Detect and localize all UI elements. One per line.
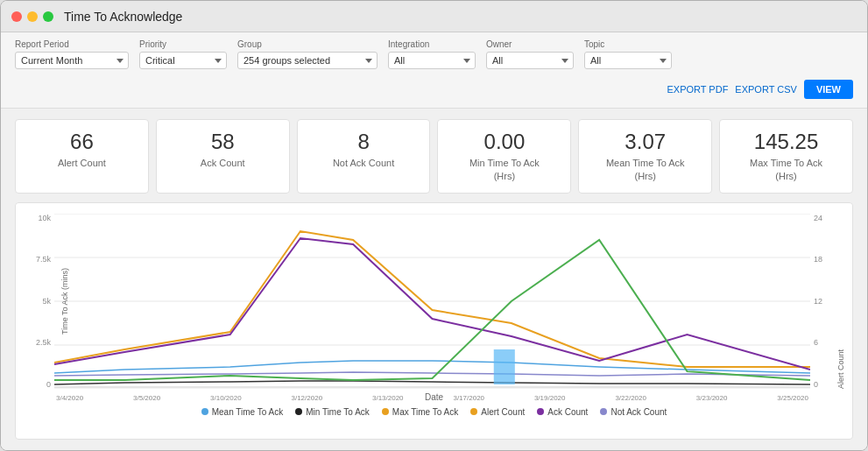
y-tick-right: 24 — [814, 214, 822, 222]
ack-count-value: 58 — [164, 130, 282, 153]
y-tick: 2.5k — [36, 338, 51, 347]
maximize-button[interactable] — [43, 11, 53, 22]
integration-select[interactable]: All — [388, 52, 476, 69]
stat-max-time-ack: 145.25 Max Time To Ack(Hrs) — [719, 119, 853, 194]
y-tick-right: 0 — [814, 380, 818, 389]
legend-label-min: Min Time To Ack — [306, 407, 370, 417]
legend-mean-time-ack: Mean Time To Ack — [201, 407, 284, 417]
group-label: Group — [237, 39, 378, 49]
stat-alert-count: 66 Alert Count — [15, 119, 149, 194]
legend-max-time-ack: Max Time To Ack — [382, 407, 458, 417]
view-button[interactable]: VIEW — [804, 80, 853, 99]
page-title: Time To Acknowledge — [64, 10, 182, 24]
minimize-button[interactable] — [27, 11, 38, 22]
x-tick: 3/5/2020 — [133, 394, 160, 402]
chart-area: Time To Ack (mins) — [54, 214, 810, 389]
x-tick: 3/25/2020 — [777, 394, 808, 402]
mean-time-ack-value: 3.07 — [586, 130, 704, 153]
stat-ack-count: 58 Ack Count — [156, 119, 290, 194]
priority-label: Priority — [139, 39, 227, 49]
stat-not-ack-count: 8 Not Ack Count — [297, 119, 431, 194]
bar-3-19 — [494, 349, 515, 384]
legend-dot-not-ack — [600, 408, 607, 415]
legend-alert-count: Alert Count — [470, 407, 525, 417]
x-tick: 3/10/2020 — [210, 394, 242, 402]
legend-min-time-ack: Min Time To Ack — [295, 407, 370, 417]
legend-label-ack: Ack Count — [547, 407, 588, 417]
legend-dot-mean — [201, 408, 208, 415]
y-tick: 10k — [38, 214, 51, 222]
x-tick: 3/4/2020 — [56, 394, 83, 402]
x-tick: 3/12/2020 — [292, 394, 323, 402]
stat-mean-time-ack: 3.07 Mean Time To Ack(Hrs) — [578, 119, 712, 194]
report-period-label: Report Period — [15, 39, 129, 49]
chart-container: 10k 7.5k 5k 2.5k 0 Time To Ack (mins) — [15, 202, 853, 440]
legend-label-max: Max Time To Ack — [392, 407, 458, 417]
owner-label: Owner — [486, 39, 574, 49]
x-axis-labels: 3/4/2020 3/5/2020 3/10/2020 3/12/2020 3/… — [54, 394, 810, 402]
y-tick-right: 18 — [814, 255, 822, 264]
x-tick: 3/23/2020 — [696, 394, 728, 402]
y-tick-right: 6 — [814, 338, 818, 347]
topic-group: Topic All — [584, 39, 672, 69]
toolbar: Report Period Current Month Priority Cri… — [1, 32, 867, 109]
mean-time-ack-label: Mean Time To Ack(Hrs) — [586, 157, 704, 182]
x-tick: 3/22/2020 — [615, 394, 646, 402]
not-ack-count-label: Not Ack Count — [305, 157, 423, 169]
report-period-select[interactable]: Current Month — [15, 52, 129, 69]
export-pdf-button[interactable]: EXPORT PDF — [667, 84, 728, 95]
main-window: Time To Acknowledge Report Period Curren… — [0, 0, 868, 451]
x-tick: 3/17/2020 — [453, 394, 484, 402]
y-axis-right: 24 18 12 6 0 — [810, 214, 835, 389]
report-period-group: Report Period Current Month — [15, 39, 129, 69]
legend-dot-alert — [470, 408, 477, 415]
priority-group: Priority Critical — [139, 39, 227, 69]
owner-group: Owner All — [486, 39, 574, 69]
integration-label: Integration — [388, 39, 476, 49]
close-button[interactable] — [11, 11, 22, 22]
legend-dot-max — [382, 408, 389, 415]
max-time-ack-value: 145.25 — [727, 130, 845, 153]
owner-select[interactable]: All — [486, 52, 574, 69]
stats-row: 66 Alert Count 58 Ack Count 8 Not Ack Co… — [15, 119, 853, 194]
min-time-ack-label: Min Time To Ack(Hrs) — [445, 157, 563, 182]
x-tick: 3/13/2020 — [372, 394, 404, 402]
y-tick: 7.5k — [36, 255, 51, 264]
toolbar-actions: EXPORT PDF EXPORT CSV VIEW — [667, 80, 853, 101]
export-csv-button[interactable]: EXPORT CSV — [735, 84, 797, 95]
legend-not-ack-count: Not Ack Count — [600, 407, 667, 417]
legend-ack-count: Ack Count — [537, 407, 588, 417]
traffic-lights — [11, 11, 53, 22]
alert-count-value: 66 — [23, 130, 141, 153]
main-content: 66 Alert Count 58 Ack Count 8 Not Ack Co… — [1, 109, 867, 450]
alert-count-label: Alert Count — [23, 157, 141, 169]
legend-dot-min — [295, 408, 302, 415]
legend-label-mean: Mean Time To Ack — [212, 407, 284, 417]
y-tick: 0 — [46, 380, 51, 389]
topic-label: Topic — [584, 39, 672, 49]
priority-select[interactable]: Critical — [139, 52, 227, 69]
stat-min-time-ack: 0.00 Min Time To Ack(Hrs) — [437, 119, 571, 194]
ack-count-label: Ack Count — [164, 157, 282, 169]
chart-svg — [54, 214, 810, 389]
x-tick: 3/19/2020 — [534, 394, 566, 402]
group-select[interactable]: 254 groups selected — [237, 52, 378, 69]
group-group: Group 254 groups selected — [237, 39, 378, 69]
legend-label-alert: Alert Count — [481, 407, 525, 417]
legend-dot-ack — [537, 408, 544, 415]
integration-group: Integration All — [388, 39, 476, 69]
y-axis-right-label: Alert Count — [836, 214, 845, 389]
y-tick: 5k — [42, 297, 51, 306]
min-time-ack-value: 0.00 — [445, 130, 563, 153]
chart-legend: Mean Time To Ack Min Time To Ack Max Tim… — [23, 407, 845, 417]
max-time-ack-label: Max Time To Ack(Hrs) — [727, 157, 845, 182]
legend-label-not-ack: Not Ack Count — [610, 407, 667, 417]
y-axis-left: 10k 7.5k 5k 2.5k 0 — [23, 214, 54, 389]
title-bar: Time To Acknowledge — [1, 1, 867, 32]
not-ack-count-value: 8 — [305, 130, 423, 153]
y-tick-right: 12 — [814, 297, 822, 306]
topic-select[interactable]: All — [584, 52, 672, 69]
